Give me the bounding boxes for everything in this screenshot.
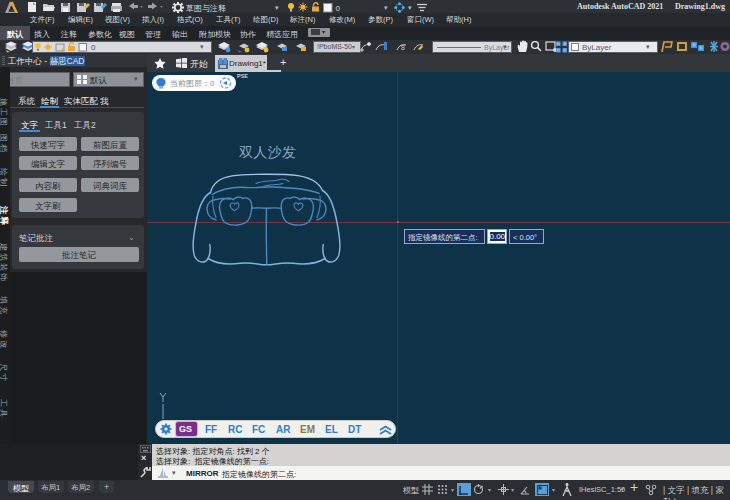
- svg-text:0: 0: [336, 4, 341, 13]
- svg-text:8: 8: [401, 44, 405, 51]
- svg-text:0: 0: [91, 43, 96, 52]
